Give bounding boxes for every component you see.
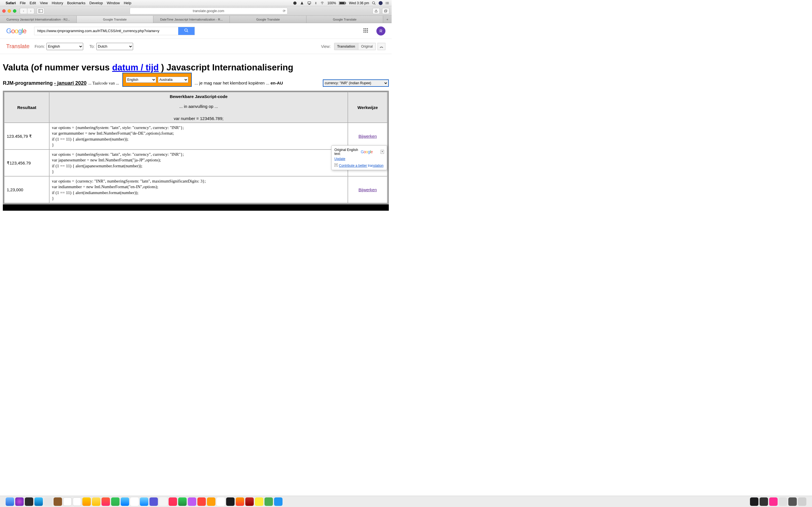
header-code-sub: ... in aanvulling op ... — [52, 99, 345, 114]
locale-selector-box: English Australia — [122, 73, 192, 87]
rjm-text: RJM-programmering — [3, 80, 54, 86]
battery-icon[interactable] — [339, 1, 346, 5]
svg-point-14 — [386, 4, 386, 4]
translate-url-input[interactable] — [35, 27, 178, 35]
update-link[interactable]: Bijwerken — [358, 187, 377, 192]
status-icon[interactable] — [293, 1, 297, 5]
menu-help[interactable]: Help — [124, 1, 132, 5]
header-code-varline: var number = 123456.789; — [52, 114, 345, 121]
tooltip-label: Original English text: — [335, 148, 361, 156]
google-logo: Google — [361, 150, 373, 154]
code-cell[interactable]: var options = {numberingSystem: "latn", … — [49, 123, 348, 150]
google-apps-icon[interactable] — [363, 28, 369, 34]
result-cell: ₹123,456.79 — [4, 150, 49, 176]
browser-tab[interactable]: Google Translate — [306, 16, 383, 23]
table-row: 1,23,000 var options = {currency: "INR",… — [4, 176, 388, 203]
share-button[interactable] — [372, 8, 380, 14]
update-link[interactable]: Bijwerken — [358, 134, 377, 138]
wifi-icon[interactable] — [320, 1, 324, 5]
header-code-title: Bewerkbare JavaScript-code — [52, 94, 345, 99]
col-header-result: Resultaat — [4, 92, 49, 123]
original-text-tooltip: Original English text: Google × Update +… — [331, 145, 387, 170]
menu-list-icon[interactable] — [386, 1, 389, 5]
tooltip-update-link[interactable]: Update — [335, 157, 384, 161]
locale-code: en-AU — [270, 80, 283, 86]
result-cell: 1,23,000 — [4, 176, 49, 203]
close-icon[interactable]: × — [380, 150, 384, 154]
back-button[interactable]: ‹ — [20, 8, 27, 14]
view-label: View: — [321, 44, 331, 49]
page-title: Valuta (of nummer versus datum / tijd ) … — [3, 62, 389, 73]
svg-line-21 — [187, 31, 188, 32]
svg-point-6 — [372, 1, 375, 4]
address-text: translate.google.com — [193, 9, 224, 13]
language-select[interactable]: English — [126, 76, 156, 83]
svg-line-7 — [374, 3, 375, 4]
svg-point-13 — [386, 3, 386, 3]
to-language-select[interactable]: Dutch — [96, 43, 133, 50]
collapse-button[interactable]: ︽ — [377, 43, 386, 50]
google-header: Google R — [0, 23, 392, 39]
svg-point-0 — [293, 1, 297, 5]
browser-tab[interactable]: Google Translate — [230, 16, 306, 23]
new-tab-button[interactable]: + — [383, 16, 392, 23]
spotlight-icon[interactable] — [372, 1, 376, 5]
siri-icon[interactable] — [378, 1, 383, 5]
minimize-window-button[interactable] — [8, 9, 11, 13]
title-link[interactable]: datum / tijd — [112, 62, 159, 72]
browser-toolbar: ‹ › translate.google.com ⟳ — [0, 6, 392, 16]
svg-point-20 — [185, 29, 187, 31]
col-header-action: Werkwijze — [348, 92, 388, 123]
airplay-icon[interactable] — [307, 1, 312, 5]
reload-icon[interactable]: ⟳ — [283, 9, 286, 13]
svg-rect-5 — [345, 2, 346, 4]
menu-bookmarks[interactable]: Bookmarks — [67, 1, 86, 5]
translate-toolbar: Translate From: English To: Dutch View: … — [0, 39, 392, 54]
clipboard-hint-text: ... je mag naar het klembord kopiëren ..… — [195, 80, 270, 86]
options-row: RJM-programmering - januari 2020 ... Taa… — [3, 79, 389, 87]
search-button[interactable] — [178, 27, 195, 35]
status-icon[interactable] — [300, 1, 304, 5]
translate-url-search — [34, 27, 195, 35]
svg-point-8 — [378, 1, 383, 5]
clock[interactable]: Wed 3:36 pm — [349, 1, 369, 5]
svg-rect-4 — [340, 2, 345, 4]
from-language-select[interactable]: English — [47, 43, 83, 50]
clipboard-hint: ... je mag naar het klembord kopiëren ..… — [195, 80, 283, 86]
plus-icon[interactable]: + — [335, 163, 338, 167]
menu-file[interactable]: File — [20, 1, 26, 5]
code-cell[interactable]: var options = {currency: "INR", numberin… — [49, 176, 348, 203]
menu-develop[interactable]: Develop — [89, 1, 103, 5]
browser-tab[interactable]: Currency Javascript Internationalization… — [0, 16, 77, 23]
app-name[interactable]: Safari — [6, 1, 16, 5]
close-window-button[interactable] — [2, 9, 6, 13]
browser-tab[interactable]: DateTime Javascript Internationalization… — [153, 16, 230, 23]
zoom-window-button[interactable] — [13, 9, 16, 13]
menu-edit[interactable]: Edit — [30, 1, 36, 5]
address-bar[interactable]: translate.google.com ⟳ — [130, 8, 288, 14]
code-cell[interactable]: var options = {numberingSystem: "latn", … — [49, 150, 348, 176]
svg-point-12 — [386, 2, 386, 2]
country-select[interactable]: Australia — [158, 76, 188, 83]
translate-brand[interactable]: Translate — [6, 43, 30, 50]
view-translation-button[interactable]: Translation — [334, 43, 358, 50]
menu-history[interactable]: History — [52, 1, 63, 5]
view-original-button[interactable]: Original — [358, 43, 376, 50]
translated-page-content: Valuta (of nummer versus datum / tijd ) … — [0, 54, 392, 211]
tabs-button[interactable] — [382, 8, 389, 14]
forward-button[interactable]: › — [27, 8, 35, 14]
menu-window[interactable]: Window — [107, 1, 120, 5]
bluetooth-icon[interactable] — [314, 1, 317, 5]
menu-view[interactable]: View — [40, 1, 48, 5]
account-avatar[interactable]: R — [376, 26, 386, 36]
currency-select[interactable]: currency: "INR" (Indian Rupee) — [324, 80, 388, 86]
rjm-dash-link[interactable]: - — [54, 80, 57, 86]
google-logo[interactable]: Google — [6, 27, 26, 35]
macos-menubar: Safari File Edit View History Bookmarks … — [0, 0, 392, 6]
sidebar-toggle-button[interactable] — [37, 8, 45, 14]
tab-bar: Currency Javascript Internationalization… — [0, 16, 392, 23]
rjm-date-link[interactable]: januari 2020 — [57, 80, 87, 86]
contribute-link[interactable]: Contribute a better translation — [339, 164, 384, 168]
browser-tab[interactable]: Google Translate — [77, 16, 153, 23]
from-label: From: — [35, 44, 45, 49]
